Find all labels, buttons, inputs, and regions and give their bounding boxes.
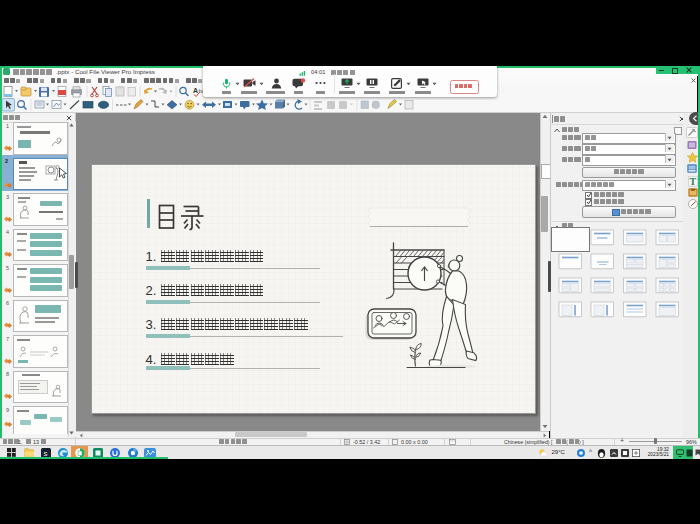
svg-text:A: A xyxy=(193,87,198,94)
svg-text:T: T xyxy=(689,176,696,187)
